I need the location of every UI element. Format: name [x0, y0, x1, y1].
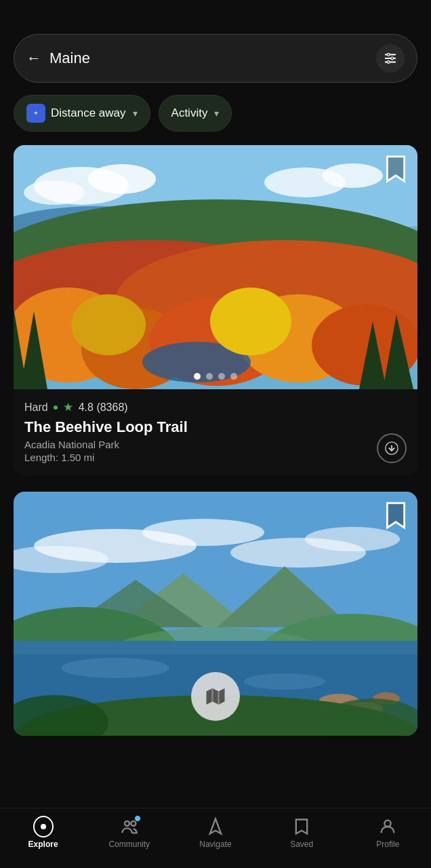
cards-container: Hard ★ 4.8 (8368) The Beehive Loop Trail… [0, 145, 431, 736]
nav-community[interactable]: Community [102, 816, 157, 849]
header: ← Maine [0, 0, 431, 95]
svg-point-12 [24, 180, 85, 205]
nav-profile[interactable]: Profile [361, 816, 415, 849]
difficulty-label: Hard [24, 401, 48, 414]
trail-image [14, 145, 417, 389]
navigate-icon [205, 816, 226, 837]
star-icon: ★ [63, 400, 73, 414]
dot-3 [218, 373, 225, 380]
svg-marker-61 [210, 818, 221, 833]
svg-point-30 [210, 288, 291, 355]
saved-label: Saved [290, 840, 313, 849]
separator-dot [54, 406, 58, 410]
profile-icon [377, 816, 398, 837]
dot-1 [194, 373, 201, 380]
trail-length: Length: 1.50 mi [24, 452, 407, 463]
nav-saved[interactable]: Saved [274, 816, 329, 849]
dot-2 [206, 373, 213, 380]
community-badge [134, 815, 141, 822]
svg-point-4 [391, 57, 394, 60]
location-text: Maine [49, 50, 90, 67]
navigate-label: Navigate [199, 840, 231, 849]
bookmark-button-2[interactable] [384, 501, 408, 530]
bookmark-button[interactable] [384, 155, 408, 183]
download-button[interactable] [377, 433, 407, 463]
svg-point-3 [387, 54, 390, 56]
dot-4 [230, 373, 237, 380]
distance-chevron: ▾ [133, 108, 138, 119]
explore-label: Explore [28, 840, 58, 849]
trail-name[interactable]: The Beehive Loop Trail [24, 418, 407, 436]
filter-button[interactable] [376, 44, 405, 73]
activity-filter-chip[interactable]: Activity ▾ [159, 95, 232, 132]
distance-filter-chip[interactable]: + Distance away ▾ [14, 95, 150, 132]
svg-point-11 [88, 164, 156, 194]
back-button[interactable]: ← [26, 50, 41, 67]
svg-point-5 [387, 61, 390, 64]
card-info: Hard ★ 4.8 (8368) The Beehive Loop Trail… [14, 389, 417, 475]
svg-point-31 [71, 294, 146, 355]
difficulty-row: Hard ★ 4.8 (8368) [24, 400, 407, 414]
park-name: Acadia National Park [24, 439, 407, 450]
svg-point-60 [131, 821, 136, 826]
svg-rect-47 [14, 641, 417, 654]
distance-label: Distance away [51, 106, 126, 120]
distance-icon: + [26, 104, 45, 123]
svg-point-36 [142, 519, 264, 546]
svg-point-38 [305, 527, 400, 551]
activity-label: Activity [171, 106, 208, 120]
trail-image-2 [14, 492, 417, 736]
svg-point-62 [385, 821, 391, 827]
profile-label: Profile [376, 840, 399, 849]
svg-point-48 [61, 658, 169, 678]
community-icon [119, 816, 140, 837]
trail-card-2[interactable] [14, 492, 417, 736]
autumn-scene [14, 145, 417, 389]
map-overlay-button[interactable] [191, 672, 240, 721]
image-dots [194, 373, 237, 380]
sliders-icon [383, 51, 398, 66]
community-label: Community [108, 840, 150, 849]
filter-row: + Distance away ▾ Activity ▾ [0, 95, 431, 145]
svg-point-59 [125, 821, 129, 826]
nav-explore[interactable]: Explore [16, 816, 70, 849]
svg-point-14 [322, 163, 383, 188]
trail-card[interactable]: Hard ★ 4.8 (8368) The Beehive Loop Trail… [14, 145, 417, 475]
nav-navigate[interactable]: Navigate [188, 816, 243, 849]
svg-text:+: + [34, 110, 37, 117]
svg-point-49 [244, 673, 325, 690]
rating-value: 4.8 (8368) [79, 401, 128, 414]
activity-chevron: ▾ [214, 108, 219, 119]
search-bar[interactable]: ← Maine [14, 34, 417, 83]
explore-icon [33, 816, 54, 837]
saved-icon [291, 816, 312, 837]
bottom-nav: Explore Community Navigate [0, 808, 431, 868]
